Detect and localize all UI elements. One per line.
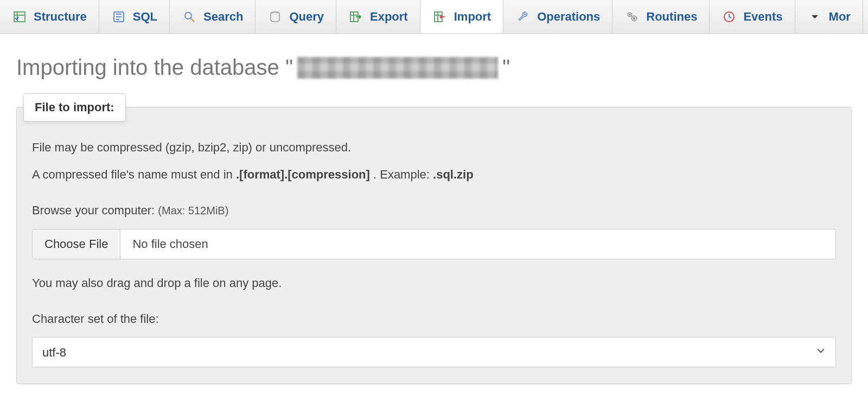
page-title: Importing into the database " " (16, 55, 852, 80)
export-icon (348, 9, 363, 24)
hint2-example: .sql.zip (433, 168, 474, 181)
tab-structure[interactable]: Structure (0, 0, 99, 33)
routines-icon (624, 9, 640, 24)
compress-hint-2: A compressed file's name must end in .[f… (32, 166, 836, 183)
tab-label: SQL (133, 10, 157, 24)
operations-icon (515, 9, 531, 24)
tab-label: Structure (34, 10, 87, 24)
top-tabs: Structure SQL Search Query Export Import (0, 0, 868, 34)
tab-more[interactable]: Mor (795, 0, 863, 33)
chosen-file-label: No file chosen (120, 230, 220, 259)
sql-icon (111, 9, 126, 24)
svg-point-9 (634, 17, 635, 19)
import-icon (432, 9, 448, 24)
tab-label: Import (454, 10, 491, 24)
file-input[interactable]: Choose File No file chosen (32, 229, 836, 259)
tab-label: Mor (829, 10, 851, 24)
tab-label: Operations (537, 10, 600, 24)
svg-point-2 (185, 12, 192, 19)
tab-label: Query (289, 10, 324, 24)
tab-sql[interactable]: SQL (99, 0, 170, 33)
tab-export[interactable]: Export (336, 0, 420, 33)
hint2-format: .[format].[compression] (236, 168, 370, 181)
compress-hint-1: File may be compressed (gzip, bzip2, zip… (32, 139, 836, 156)
tab-events[interactable]: Events (710, 0, 795, 33)
charset-select-wrap: utf-8 (32, 337, 836, 367)
tab-operations[interactable]: Operations (503, 0, 612, 33)
tab-routines[interactable]: Routines (612, 0, 710, 33)
browse-max-hint: (Max: 512MiB) (158, 205, 228, 216)
search-icon (182, 9, 197, 24)
page-title-suffix: " (502, 55, 510, 80)
panel-legend: File to import: (23, 93, 126, 122)
choose-file-button[interactable]: Choose File (33, 230, 120, 259)
tab-query[interactable]: Query (256, 0, 336, 33)
tab-label: Search (203, 10, 243, 24)
svg-rect-0 (14, 12, 25, 22)
charset-label: Character set of the file: (32, 310, 836, 328)
hint2-pre: A compressed file's name must end in (32, 168, 236, 181)
file-to-import-panel: File to import: File may be compressed (… (16, 107, 852, 384)
tab-label: Export (370, 10, 408, 24)
tab-search[interactable]: Search (170, 0, 256, 33)
tab-import[interactable]: Import (420, 0, 503, 34)
charset-select[interactable]: utf-8 (32, 337, 836, 367)
structure-icon (12, 9, 27, 24)
drag-drop-hint: You may also drag and drop a file on any… (32, 275, 836, 292)
page-title-prefix: Importing into the database " (16, 55, 293, 80)
query-icon (267, 9, 283, 24)
tab-label: Events (743, 10, 782, 24)
events-icon (722, 9, 737, 24)
database-name-redacted (297, 57, 498, 79)
svg-point-8 (629, 14, 630, 15)
hint2-mid: . Example: (373, 168, 433, 181)
browse-label: Browse your computer: (32, 203, 158, 217)
browse-label-row: Browse your computer: (Max: 512MiB) (32, 202, 836, 219)
tab-label: Routines (646, 10, 697, 24)
more-caret-icon (807, 9, 822, 24)
